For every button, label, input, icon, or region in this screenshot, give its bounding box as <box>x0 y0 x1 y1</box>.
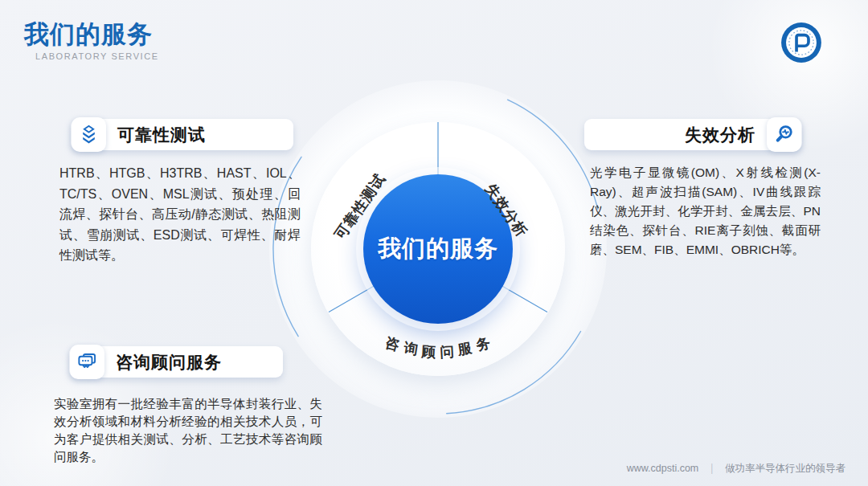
footer-slogan: 做功率半导体行业的领导者 <box>725 462 845 476</box>
card-reliability-body: HTRB、HTGB、H3TRB、HAST、IOL、TC/TS、OVEN、MSL测… <box>59 163 301 266</box>
magnifier-icon-box <box>767 117 801 152</box>
center-circle-label: 我们的服务 <box>378 233 498 265</box>
outer-arc-top-right <box>508 100 598 209</box>
chat-icon-box <box>70 345 104 379</box>
footer: www.cdpsti.com ｜ 做功率半导体行业的领导者 <box>627 461 845 476</box>
card-failure-header: 失效分析 <box>584 119 802 150</box>
logo-badge-icon <box>780 22 822 63</box>
layers-icon-box <box>72 117 106 152</box>
services-circle-diagram: 我们的服务 <box>261 72 615 426</box>
layers-icon <box>78 124 100 145</box>
chat-bubbles-icon <box>76 351 98 373</box>
footer-website: www.cdpsti.com <box>627 463 699 474</box>
divider-spoke-bottom-left <box>329 286 374 312</box>
card-reliability-title: 可靠性测试 <box>117 124 206 146</box>
footer-separator: ｜ <box>706 461 717 476</box>
center-circle: 我们的服务 <box>363 174 513 324</box>
outer-arc-bottom <box>447 332 581 414</box>
card-consulting-body: 实验室拥有一批经验丰富的半导体封装行业、失效分析领域和材料分析经验的相关技术人员… <box>54 395 322 466</box>
magnifier-pulse-icon <box>773 124 795 145</box>
divider-spoke-bottom-right <box>502 286 547 312</box>
card-failure-title: 失效分析 <box>685 124 755 146</box>
card-consulting-header: 咨询顾问服务 <box>69 346 283 378</box>
page-subtitle: LABORATORY SERVICE <box>35 51 159 61</box>
page-title: 我们的服务 <box>24 18 153 51</box>
card-consulting-title: 咨询顾问服务 <box>116 351 222 374</box>
card-failure-body: 光学电子显微镜(OM)、X射线检测(X-Ray)、超声波扫描(SAM)、IV曲线… <box>590 163 821 259</box>
card-reliability-header: 可靠性测试 <box>71 119 293 150</box>
company-logo <box>780 22 822 63</box>
